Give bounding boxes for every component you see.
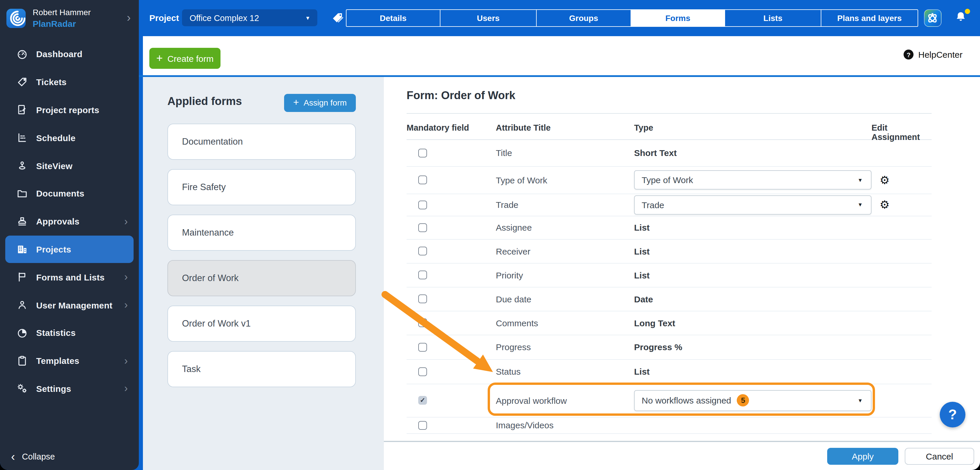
sidebar-collapse-button[interactable]: ‹ Collapse xyxy=(11,451,55,462)
plus-icon: + xyxy=(293,97,299,108)
tag-icon xyxy=(16,76,28,88)
sidebar-item-tickets[interactable]: Tickets xyxy=(5,68,134,96)
gauge-icon xyxy=(16,48,28,60)
mandatory-checkbox[interactable] xyxy=(418,367,427,376)
mandatory-checkbox[interactable] xyxy=(418,247,427,256)
col-mandatory-field: Mandatory field xyxy=(407,123,469,132)
person-icon xyxy=(16,299,28,311)
table-row-progress: Progress Progress % xyxy=(407,335,932,359)
clipboard-icon xyxy=(16,355,28,367)
tab-groups[interactable]: Groups xyxy=(537,10,631,27)
mandatory-checkbox[interactable] xyxy=(418,200,427,209)
pie-chart-icon xyxy=(16,327,28,339)
report-icon xyxy=(16,104,28,116)
sidebar-item-dashboard[interactable]: Dashboard xyxy=(5,40,134,68)
caret-down-icon: ▼ xyxy=(858,397,863,403)
sidebar-item-user-management[interactable]: User Management › xyxy=(5,291,134,319)
sidebar-item-schedule[interactable]: Schedule xyxy=(5,124,134,152)
folder-icon xyxy=(16,188,28,199)
sidebar-item-statistics[interactable]: Statistics xyxy=(5,319,134,347)
mandatory-checkbox[interactable] xyxy=(418,318,427,327)
stamp-icon xyxy=(16,216,28,227)
form-card-task[interactable]: Task xyxy=(167,351,356,387)
tab-users[interactable]: Users xyxy=(441,10,537,27)
col-type: Type xyxy=(634,123,653,132)
table-row-images-videos: Images/Videos xyxy=(407,417,932,433)
caret-down-icon: ▼ xyxy=(305,15,310,21)
project-top-bar: Project Office Complex 12 ▼ Details User… xyxy=(139,0,980,36)
user-menu[interactable]: Robert Hammer PlanRadar › xyxy=(0,0,139,36)
create-form-button[interactable]: + Create form xyxy=(150,48,221,69)
sidebar-item-label: Tickets xyxy=(36,77,67,87)
form-card-fire-safety[interactable]: Fire Safety xyxy=(167,169,356,205)
sidebar-item-label: SiteView xyxy=(36,160,72,171)
sidebar-menu: Dashboard Tickets Project reports Schedu… xyxy=(0,40,139,403)
divider xyxy=(407,113,932,113)
street-view-icon xyxy=(16,160,28,171)
type-select[interactable]: Trade ▼ xyxy=(634,195,872,214)
gear-icon[interactable]: ⚙ xyxy=(880,199,889,210)
chevron-right-icon: › xyxy=(124,356,128,366)
tab-lists[interactable]: Lists xyxy=(725,10,821,27)
sidebar-item-documents[interactable]: Documents xyxy=(5,179,134,208)
mandatory-checkbox[interactable] xyxy=(418,294,427,303)
notifications-bell-icon[interactable] xyxy=(955,11,969,25)
attributes-table: Mandatory field Attribute Title Type Edi… xyxy=(407,119,932,433)
sidebar-item-approvals[interactable]: Approvals › xyxy=(5,208,134,236)
table-row-due-date: Due date Date xyxy=(407,287,932,311)
sidebar-item-label: Forms and Lists xyxy=(36,272,105,282)
sidebar-item-project-reports[interactable]: Project reports xyxy=(5,96,134,124)
sidebar-item-label: Project reports xyxy=(36,105,99,115)
col-edit-assignment: Edit Assignment xyxy=(872,123,932,141)
sidebar-item-projects[interactable]: Projects xyxy=(5,235,134,263)
table-row-comments: Comments Long Text xyxy=(407,311,932,335)
tab-details[interactable]: Details xyxy=(346,10,441,27)
mandatory-checkbox[interactable] xyxy=(418,148,427,157)
form-card-maintenance[interactable]: Maintenance xyxy=(167,214,356,251)
cancel-button[interactable]: Cancel xyxy=(905,448,974,464)
mandatory-checkbox[interactable] xyxy=(418,271,427,279)
help-center-link[interactable]: ? HelpCenter xyxy=(904,49,963,59)
type-select[interactable]: Type of Work ▼ xyxy=(634,170,872,189)
form-card-order-of-work[interactable]: Order of Work xyxy=(167,260,356,296)
form-card-order-of-work-v1[interactable]: Order of Work v1 xyxy=(167,305,356,341)
table-row-trade: Trade Trade ▼ ⚙ xyxy=(407,194,932,216)
table-row-assignee: Assignee List xyxy=(407,216,932,240)
sidebar-item-forms-and-lists[interactable]: Forms and Lists › xyxy=(5,263,134,291)
applied-forms-list: Documentation Fire Safety Maintenance Or… xyxy=(167,123,356,396)
mandatory-checkbox-checked[interactable]: ✓ xyxy=(418,396,427,405)
floating-help-button[interactable]: ? xyxy=(940,402,966,427)
sidebar-item-label: Dashboard xyxy=(36,49,83,59)
help-center-label: HelpCenter xyxy=(918,49,963,59)
form-card-documentation[interactable]: Documentation xyxy=(167,123,356,159)
sidebar-item-settings[interactable]: Settings › xyxy=(5,375,134,403)
caret-down-icon: ▼ xyxy=(858,202,863,208)
project-selector[interactable]: Office Complex 12 ▼ xyxy=(182,10,317,26)
chevron-right-icon: › xyxy=(124,300,128,310)
assign-form-label: Assign form xyxy=(304,98,347,107)
applied-forms-panel: Applied forms + Assign form Documentatio… xyxy=(143,77,384,470)
sidebar-item-templates[interactable]: Templates › xyxy=(5,347,134,375)
assign-form-button[interactable]: + Assign form xyxy=(284,94,356,112)
table-row-receiver: Receiver List xyxy=(407,240,932,263)
sidebar-item-siteview[interactable]: SiteView xyxy=(5,152,134,179)
divider xyxy=(384,441,980,442)
notification-dot xyxy=(965,9,970,14)
tab-forms[interactable]: Forms xyxy=(631,10,725,27)
gantt-icon xyxy=(16,132,28,144)
mandatory-checkbox[interactable] xyxy=(418,421,427,429)
tab-plans-and-layers[interactable]: Plans and layers xyxy=(821,10,918,27)
connect-app-icon[interactable] xyxy=(924,10,942,27)
divider xyxy=(139,75,980,77)
gear-icon[interactable]: ⚙ xyxy=(880,175,889,186)
mandatory-checkbox[interactable] xyxy=(418,343,427,351)
project-tags-icon[interactable] xyxy=(331,12,344,24)
sidebar-item-label: Templates xyxy=(36,356,80,366)
project-label: Project xyxy=(150,13,179,23)
workflow-select[interactable]: No workflows assigned 5 ▼ xyxy=(634,390,872,411)
collapse-label: Collapse xyxy=(22,452,55,461)
plus-icon: + xyxy=(156,52,163,65)
mandatory-checkbox[interactable] xyxy=(418,176,427,184)
mandatory-checkbox[interactable] xyxy=(418,223,427,232)
apply-button[interactable]: Apply xyxy=(827,448,898,464)
